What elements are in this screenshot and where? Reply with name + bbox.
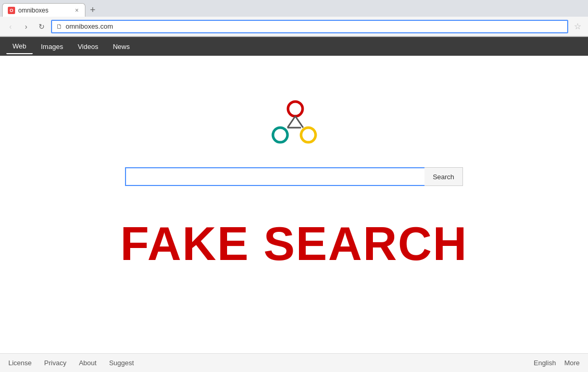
- svg-line-3: [287, 116, 295, 128]
- footer-link-about[interactable]: About: [79, 359, 96, 367]
- fake-search-label: FAKE SEARCH: [120, 217, 468, 271]
- nav-item-videos[interactable]: Videos: [71, 40, 105, 54]
- address-bar: ‹ › ↻ 🗋 ☆: [0, 17, 588, 36]
- search-nav-bar: Web Images Videos News: [0, 37, 588, 56]
- refresh-button[interactable]: ↻: [35, 20, 48, 33]
- svg-point-1: [273, 128, 287, 142]
- tab-bar: O omniboxes × +: [0, 0, 588, 17]
- footer-link-license[interactable]: License: [8, 359, 32, 367]
- page-icon: 🗋: [56, 23, 62, 30]
- svg-point-0: [288, 102, 303, 116]
- page-content: Search FAKE SEARCH: [0, 56, 588, 354]
- back-button[interactable]: ‹: [4, 20, 17, 33]
- nav-item-web[interactable]: Web: [6, 39, 33, 54]
- site-logo: [266, 97, 323, 150]
- active-tab[interactable]: O omniboxes ×: [2, 3, 85, 17]
- logo-area: [266, 97, 323, 152]
- bookmark-star-button[interactable]: ☆: [571, 20, 584, 33]
- svg-point-2: [301, 128, 316, 142]
- search-area: Search: [125, 167, 463, 186]
- browser-chrome: O omniboxes × + ‹ › ↻ 🗋 ☆: [0, 0, 588, 37]
- search-button[interactable]: Search: [424, 167, 463, 186]
- footer-link-more[interactable]: More: [564, 359, 580, 367]
- footer-right: English More: [534, 359, 580, 367]
- footer: License Privacy About Suggest English Mo…: [0, 353, 588, 372]
- footer-links: License Privacy About Suggest: [8, 359, 134, 367]
- url-bar[interactable]: 🗋: [51, 20, 568, 33]
- search-input[interactable]: [125, 167, 424, 186]
- url-input[interactable]: [66, 22, 563, 30]
- tab-title: omniboxes: [18, 7, 48, 14]
- footer-link-suggest[interactable]: Suggest: [109, 359, 134, 367]
- nav-item-news[interactable]: News: [107, 40, 136, 54]
- tab-favicon: O: [8, 7, 15, 14]
- nav-item-images[interactable]: Images: [35, 40, 70, 54]
- forward-button[interactable]: ›: [20, 20, 32, 33]
- footer-link-english[interactable]: English: [534, 359, 556, 367]
- footer-link-privacy[interactable]: Privacy: [44, 359, 67, 367]
- tab-close-button[interactable]: ×: [74, 6, 80, 15]
- new-tab-button[interactable]: +: [85, 3, 100, 17]
- svg-line-4: [295, 116, 303, 128]
